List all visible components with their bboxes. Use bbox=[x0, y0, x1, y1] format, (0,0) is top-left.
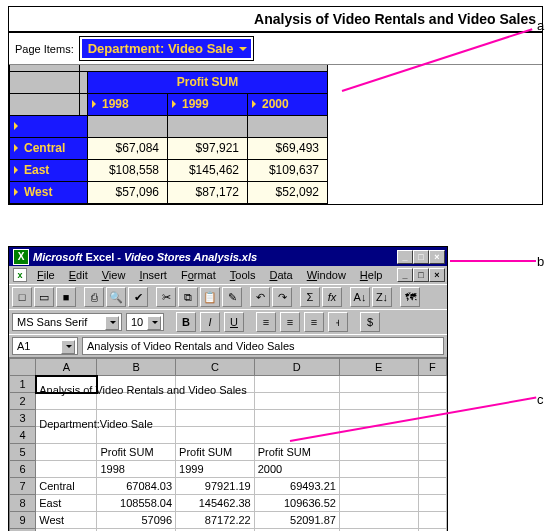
menu-data[interactable]: Data bbox=[263, 268, 298, 282]
undo-icon[interactable]: ↶ bbox=[250, 287, 270, 307]
col-header-E[interactable]: E bbox=[339, 359, 418, 376]
font-size-combo[interactable]: 10 bbox=[126, 313, 164, 331]
name-box[interactable]: A1 bbox=[12, 337, 78, 355]
menu-tools[interactable]: Tools bbox=[224, 268, 262, 282]
new-icon[interactable]: □ bbox=[12, 287, 32, 307]
row-header[interactable]: 4 bbox=[10, 427, 36, 444]
spelling-icon[interactable]: ✔ bbox=[128, 287, 148, 307]
maximize-button[interactable]: □ bbox=[413, 250, 429, 264]
cell-C5[interactable]: Profit SUM bbox=[176, 444, 255, 461]
row-west[interactable]: West bbox=[10, 181, 88, 203]
menu-format[interactable]: Format bbox=[175, 268, 222, 282]
cell-B8[interactable]: 108558.04 bbox=[97, 495, 176, 512]
select-all-corner[interactable] bbox=[10, 359, 36, 376]
wb-restore-button[interactable]: □ bbox=[413, 268, 429, 282]
year-1998[interactable]: 1998 bbox=[88, 93, 168, 115]
formula-input[interactable]: Analysis of Video Rentals and Video Sale… bbox=[82, 337, 444, 355]
menu-file[interactable]: File bbox=[31, 268, 61, 282]
cell-B6[interactable]: 1998 bbox=[97, 461, 176, 478]
data-cell: $52,092 bbox=[248, 181, 328, 203]
cell-A1[interactable]: Analysis of Video Rentals and Video Sale… bbox=[36, 376, 97, 393]
print-icon[interactable]: ⎙ bbox=[84, 287, 104, 307]
cell-D8[interactable]: 109636.52 bbox=[254, 495, 339, 512]
cell-C8[interactable]: 145462.38 bbox=[176, 495, 255, 512]
menu-window[interactable]: Window bbox=[301, 268, 352, 282]
formula-bar: A1 Analysis of Video Rentals and Video S… bbox=[9, 334, 447, 357]
excel-app-icon[interactable]: X bbox=[13, 249, 29, 265]
cell-C9[interactable]: 87172.22 bbox=[176, 512, 255, 529]
title-bar[interactable]: X Microsoft Excel - Video Stores Analysi… bbox=[9, 247, 447, 266]
menu-insert[interactable]: Insert bbox=[133, 268, 173, 282]
row-central[interactable]: Central bbox=[10, 137, 88, 159]
row-header[interactable]: 3 bbox=[10, 410, 36, 427]
row-header[interactable]: 5 bbox=[10, 444, 36, 461]
align-left-icon[interactable]: ≡ bbox=[256, 312, 276, 332]
cell-D9[interactable]: 52091.87 bbox=[254, 512, 339, 529]
print-preview-icon[interactable]: 🔍 bbox=[106, 287, 126, 307]
data-cell: $145,462 bbox=[168, 159, 248, 181]
cell-A7[interactable]: Central bbox=[36, 478, 97, 495]
row-header[interactable]: 8 bbox=[10, 495, 36, 512]
save-icon[interactable]: ■ bbox=[56, 287, 76, 307]
row-east[interactable]: East bbox=[10, 159, 88, 181]
cell-A8[interactable]: East bbox=[36, 495, 97, 512]
sort-asc-icon[interactable]: A↓ bbox=[350, 287, 370, 307]
col-header-C[interactable]: C bbox=[176, 359, 255, 376]
col-header-A[interactable]: A bbox=[36, 359, 97, 376]
currency-icon[interactable]: $ bbox=[360, 312, 380, 332]
cell-D6[interactable]: 2000 bbox=[254, 461, 339, 478]
row-header[interactable]: 6 bbox=[10, 461, 36, 478]
year-2000[interactable]: 2000 bbox=[248, 93, 328, 115]
copy-icon[interactable]: ⧉ bbox=[178, 287, 198, 307]
year-1999[interactable]: 1999 bbox=[168, 93, 248, 115]
font-name-combo[interactable]: MS Sans Serif bbox=[12, 313, 122, 331]
sort-desc-icon[interactable]: Z↓ bbox=[372, 287, 392, 307]
data-cell: $97,921 bbox=[168, 137, 248, 159]
bold-icon[interactable]: B bbox=[176, 312, 196, 332]
col-header-D[interactable]: D bbox=[254, 359, 339, 376]
cell-D5[interactable]: Profit SUM bbox=[254, 444, 339, 461]
autosum-icon[interactable]: Σ bbox=[300, 287, 320, 307]
page-items-dropdown[interactable]: Department: Video Sale bbox=[80, 37, 254, 60]
italic-icon[interactable]: I bbox=[200, 312, 220, 332]
cell-B5[interactable]: Profit SUM bbox=[97, 444, 176, 461]
open-icon[interactable]: ▭ bbox=[34, 287, 54, 307]
map-icon[interactable]: 🗺 bbox=[400, 287, 420, 307]
wb-minimize-button[interactable]: _ bbox=[397, 268, 413, 282]
cell-D7[interactable]: 69493.21 bbox=[254, 478, 339, 495]
cell-A9[interactable]: West bbox=[36, 512, 97, 529]
data-cell: $87,172 bbox=[168, 181, 248, 203]
profit-sum-header[interactable]: Profit SUM bbox=[88, 71, 328, 93]
function-wizard-icon[interactable]: fx bbox=[322, 287, 342, 307]
cut-icon[interactable]: ✂ bbox=[156, 287, 176, 307]
workbook-sys-icon[interactable]: x bbox=[13, 268, 27, 282]
formatting-toolbar: MS Sans Serif 10 B I U ≡ ≡ ≡ ⫞ $ bbox=[9, 309, 447, 334]
paste-icon[interactable]: 📋 bbox=[200, 287, 220, 307]
close-button[interactable]: × bbox=[429, 250, 445, 264]
cell-A3[interactable]: Department:Video Sale bbox=[36, 410, 97, 427]
cell-B7[interactable]: 67084.03 bbox=[97, 478, 176, 495]
merge-center-icon[interactable]: ⫞ bbox=[328, 312, 348, 332]
row-header[interactable]: 2 bbox=[10, 393, 36, 410]
align-center-icon[interactable]: ≡ bbox=[280, 312, 300, 332]
underline-icon[interactable]: U bbox=[224, 312, 244, 332]
wb-close-button[interactable]: × bbox=[429, 268, 445, 282]
row-header[interactable]: 9 bbox=[10, 512, 36, 529]
row-header[interactable]: 1 bbox=[10, 376, 36, 393]
row-header[interactable]: 7 bbox=[10, 478, 36, 495]
col-header-B[interactable]: B bbox=[97, 359, 176, 376]
pivot-report: Analysis of Video Rentals and Video Sale… bbox=[8, 6, 543, 205]
cell-C7[interactable]: 97921.19 bbox=[176, 478, 255, 495]
row-axis-handle[interactable] bbox=[10, 115, 88, 137]
menu-view[interactable]: View bbox=[96, 268, 132, 282]
col-header-F[interactable]: F bbox=[418, 359, 446, 376]
menu-help[interactable]: Help bbox=[354, 268, 389, 282]
worksheet-grid[interactable]: A B C D E F 1 Analysis of Video Rentals … bbox=[9, 357, 447, 531]
cell-C6[interactable]: 1999 bbox=[176, 461, 255, 478]
redo-icon[interactable]: ↷ bbox=[272, 287, 292, 307]
minimize-button[interactable]: _ bbox=[397, 250, 413, 264]
align-right-icon[interactable]: ≡ bbox=[304, 312, 324, 332]
format-painter-icon[interactable]: ✎ bbox=[222, 287, 242, 307]
menu-edit[interactable]: Edit bbox=[63, 268, 94, 282]
cell-B9[interactable]: 57096 bbox=[97, 512, 176, 529]
